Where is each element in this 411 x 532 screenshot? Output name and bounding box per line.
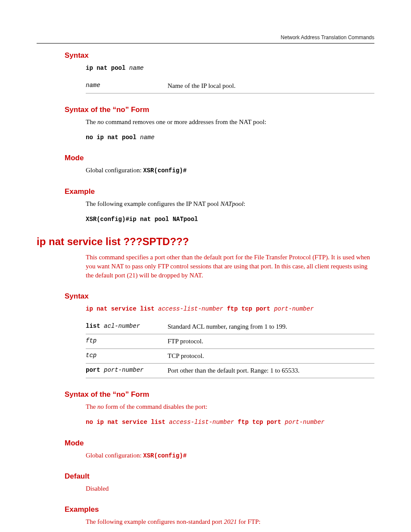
noform-text-2: The no form of the command disables the …	[86, 402, 374, 411]
cmd-arg: port-number	[274, 305, 314, 312]
cmd-keyword: ip nat service list	[86, 305, 158, 312]
page-container: Network Address Translation Commands Syn…	[0, 0, 411, 532]
mode-prompt: XSR(config)#	[143, 167, 187, 174]
heading-examples: Examples	[65, 505, 374, 514]
table-row: name Name of the IP local pool.	[86, 79, 374, 93]
example-command: XSR(config)#ip nat pool NATpool	[86, 215, 374, 224]
param-table-wrap: name Name of the IP local pool.	[86, 79, 374, 93]
table-row: list acl-number Standard ACL number, ran…	[86, 320, 374, 334]
table-row: tcp TCP protocol.	[86, 348, 374, 363]
param-desc: Name of the IP local pool.	[168, 79, 374, 93]
heading-syntax-2: Syntax	[65, 292, 374, 301]
heading-syntax: Syntax	[65, 51, 374, 60]
cmd-arg: name	[129, 65, 144, 72]
param-arg-bold: list	[86, 323, 104, 330]
mode-label: Global configuration:	[86, 167, 143, 174]
param-arg-italic: acl-number	[104, 323, 140, 330]
running-head: Network Address Translation Commands	[37, 34, 374, 40]
param-table-wrap-2: list acl-number Standard ACL number, ran…	[86, 320, 374, 378]
mode-text-2: Global configuration: XSR(config)#	[86, 451, 374, 460]
text-post: for FTP:	[237, 518, 261, 525]
heading-noform: Syntax of the “no” Form	[65, 106, 374, 114]
text-italic: 2021	[224, 518, 237, 525]
mode-prompt: XSR(config)#	[143, 452, 187, 459]
heading-default: Default	[65, 472, 374, 481]
text-post: :	[243, 200, 245, 207]
heading-example: Example	[65, 187, 374, 196]
param-arg-italic: ftp	[86, 337, 97, 344]
param-arg-italic: port-number	[104, 367, 143, 373]
cmd-keyword: no ip nat service list	[86, 419, 169, 426]
heading-noform-2: Syntax of the “no” Form	[65, 390, 374, 399]
noform-command: no ip nat pool name	[86, 133, 374, 142]
mode-label: Global configuration:	[86, 452, 143, 459]
cmd-keyword: ftp tcp port	[234, 419, 285, 426]
cmd-arg: name	[140, 134, 155, 141]
param-desc: Port other than the default port. Range:…	[168, 363, 374, 378]
table-row: ftp FTP protocol.	[86, 334, 374, 348]
syntax-command: ip nat pool name	[86, 63, 374, 73]
param-table: name Name of the IP local pool.	[86, 79, 374, 93]
cmd-arg: port-number	[285, 419, 324, 426]
cmd-keyword: ftp tcp port	[223, 305, 274, 312]
table-row: port port-number Port other than the def…	[86, 363, 374, 378]
syntax-command-2: ip nat service list access-list-number f…	[86, 304, 374, 314]
text-italic: no	[97, 118, 104, 125]
command-title: ip nat service list ???SPTD???	[37, 236, 374, 248]
text-pre: The following example configures the IP …	[86, 200, 220, 207]
param-desc: FTP protocol.	[168, 334, 374, 348]
default-value: Disabled	[86, 484, 374, 493]
param-arg-bold: port	[86, 367, 104, 373]
text-italic: NATpool	[220, 200, 243, 207]
heading-mode: Mode	[65, 154, 374, 162]
cmd-line: XSR(config)#ip nat pool NATpool	[86, 216, 198, 223]
cmd-keyword: no ip nat pool	[86, 134, 140, 141]
param-arg: name	[86, 82, 100, 89]
heading-mode-2: Mode	[65, 439, 374, 448]
noform-command-2: no ip nat service list access-list-numbe…	[86, 417, 374, 427]
param-arg-italic: tcp	[86, 352, 97, 359]
text-post: command removes one or more addresses fr…	[104, 118, 266, 125]
param-desc: TCP protocol.	[168, 348, 374, 363]
command-intro: This command specifies a port other than…	[86, 253, 374, 280]
examples-text: The following example configures non-sta…	[86, 517, 374, 526]
mode-text: Global configuration: XSR(config)#	[86, 166, 374, 175]
example-text: The following example configures the IP …	[86, 199, 374, 208]
noform-text: The no command removes one or more addre…	[86, 118, 374, 127]
text-pre: The	[86, 118, 97, 125]
param-table: list acl-number Standard ACL number, ran…	[86, 320, 374, 378]
cmd-arg: access-list-number	[169, 419, 234, 426]
text-post: form of the command disables the port:	[104, 403, 207, 410]
cmd-arg: access-list-number	[158, 305, 223, 312]
param-desc: Standard ACL number, ranging from 1 to 1…	[168, 320, 374, 334]
text-pre: The following example configures non-sta…	[86, 518, 224, 525]
header-rule	[37, 43, 374, 44]
cmd-keyword: ip nat pool	[86, 65, 129, 72]
text-pre: The	[86, 403, 97, 410]
text-italic: no	[97, 403, 104, 410]
